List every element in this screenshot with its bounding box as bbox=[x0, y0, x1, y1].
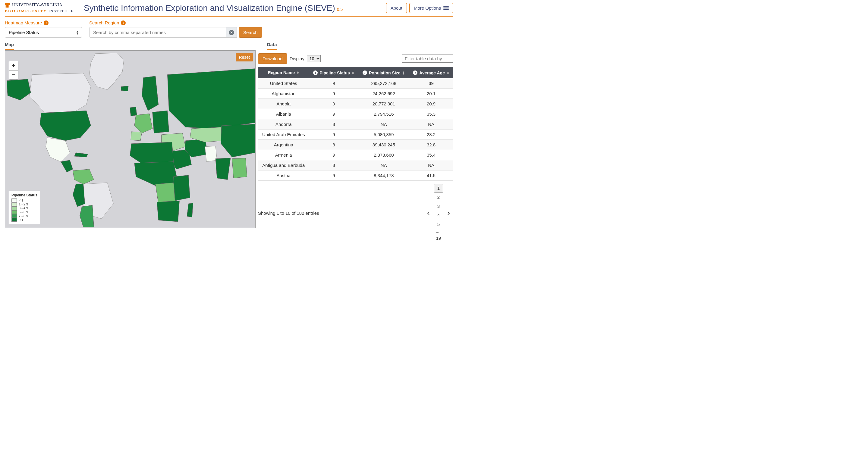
column-label: Region Name bbox=[268, 70, 295, 75]
filter-table-input[interactable] bbox=[402, 55, 453, 63]
table-cell: 2,794,516 bbox=[358, 109, 409, 119]
table-cell: 28.2 bbox=[409, 129, 453, 139]
table-row[interactable]: Andorra3NANA bbox=[258, 119, 453, 129]
table-row[interactable]: Austria98,344,17841.5 bbox=[258, 170, 453, 181]
column-header[interactable]: i Population Size ▲▼ bbox=[358, 67, 409, 78]
legend-label: < 1 bbox=[19, 198, 24, 202]
table-cell: 9 bbox=[309, 98, 359, 109]
prev-page-button[interactable] bbox=[424, 209, 433, 218]
table-row[interactable]: Afghanistan924,262,69220.1 bbox=[258, 88, 453, 98]
info-icon: i bbox=[363, 70, 367, 75]
page-button[interactable]: 4 bbox=[434, 211, 443, 220]
zoom-controls: + − bbox=[9, 61, 19, 79]
table-cell: 20,772,301 bbox=[358, 98, 409, 109]
table-row[interactable]: Albania92,794,51635.3 bbox=[258, 109, 453, 119]
app-header: UNIVERSITYofVIRGINIA BIOCOMPLEXITY INSTI… bbox=[0, 0, 458, 15]
info-icon: i bbox=[413, 70, 417, 75]
legend-swatch bbox=[11, 210, 17, 214]
table-cell: 2,873,660 bbox=[358, 150, 409, 160]
table-cell: Austria bbox=[258, 170, 309, 181]
search-region-label: Search Region i bbox=[89, 20, 262, 25]
page-button[interactable]: 19 bbox=[434, 234, 443, 243]
table-cell: 39 bbox=[409, 78, 453, 89]
zoom-in-button[interactable]: + bbox=[9, 61, 18, 70]
tab-map[interactable]: Map bbox=[5, 39, 14, 50]
table-cell: 295,272,168 bbox=[358, 78, 409, 89]
page-button[interactable]: 2 bbox=[434, 193, 443, 202]
controls-row: Heatmap Measure i Pipeline Status ▲▼ Sea… bbox=[0, 17, 458, 39]
org-name-top: UNIVERSITYofVIRGINIA bbox=[12, 2, 62, 7]
about-button[interactable]: About bbox=[386, 3, 407, 13]
more-options-button[interactable]: More Options bbox=[409, 3, 453, 13]
table-cell: 8 bbox=[309, 139, 359, 150]
table-cell: 20.9 bbox=[409, 98, 453, 109]
table-cell: 35.3 bbox=[409, 109, 453, 119]
tabs-row: Map Data bbox=[0, 39, 458, 50]
display-count-select[interactable]: 10 bbox=[307, 55, 321, 62]
page-ellipsis: ... bbox=[434, 229, 441, 234]
table-cell: 5,080,859 bbox=[358, 129, 409, 139]
heatmap-measure-select[interactable]: Pipeline Status bbox=[5, 27, 82, 38]
legend-swatch bbox=[11, 214, 17, 218]
page-button[interactable]: 5 bbox=[434, 220, 443, 229]
column-label: Pipeline Status bbox=[319, 70, 350, 75]
table-cell: 35.4 bbox=[409, 150, 453, 160]
table-cell: 3 bbox=[309, 119, 359, 129]
tab-data[interactable]: Data bbox=[267, 39, 277, 50]
table-cell: 32.8 bbox=[409, 139, 453, 150]
more-options-label: More Options bbox=[414, 5, 441, 10]
table-cell: Andorra bbox=[258, 119, 309, 129]
data-table: Region Name ▲▼i Pipeline Status ▲▼i Popu… bbox=[258, 67, 453, 181]
table-cell: 9 bbox=[309, 129, 359, 139]
column-label: Average Age bbox=[419, 70, 445, 75]
table-cell: 24,262,692 bbox=[358, 88, 409, 98]
search-region-input[interactable] bbox=[89, 27, 237, 38]
zoom-out-button[interactable]: − bbox=[9, 70, 18, 79]
heatmap-measure-label: Heatmap Measure i bbox=[5, 20, 82, 25]
table-row[interactable]: United Arab Emirates95,080,85928.2 bbox=[258, 129, 453, 139]
legend-row: < 1 bbox=[11, 198, 37, 202]
table-cell: NA bbox=[358, 160, 409, 170]
legend-label: 5 - 6.9 bbox=[19, 210, 28, 214]
table-row[interactable]: Antigua and Barbuda3NANA bbox=[258, 160, 453, 170]
rotunda-icon bbox=[5, 3, 10, 7]
legend-title: Pipeline Status bbox=[11, 193, 37, 197]
page-button[interactable]: 3 bbox=[434, 202, 443, 211]
legend-swatch bbox=[11, 198, 17, 202]
legend-label: 7 - 8.9 bbox=[19, 214, 28, 218]
table-cell: 9 bbox=[309, 150, 359, 160]
sort-icon: ▲▼ bbox=[402, 71, 405, 75]
hamburger-icon bbox=[443, 6, 449, 10]
next-page-button[interactable] bbox=[444, 209, 453, 218]
org-logo: UNIVERSITYofVIRGINIA BIOCOMPLEXITY INSTI… bbox=[5, 2, 79, 13]
table-cell: NA bbox=[409, 119, 453, 129]
info-icon: i bbox=[313, 70, 318, 75]
display-label: Display bbox=[290, 56, 304, 61]
table-row[interactable]: Angola920,772,30120.9 bbox=[258, 98, 453, 109]
table-cell: Antigua and Barbuda bbox=[258, 160, 309, 170]
search-button[interactable]: Search bbox=[239, 27, 262, 38]
download-button[interactable]: Download bbox=[258, 53, 287, 64]
table-row[interactable]: Armenia92,873,66035.4 bbox=[258, 150, 453, 160]
column-header[interactable]: Region Name ▲▼ bbox=[258, 67, 309, 78]
legend-swatch bbox=[11, 206, 17, 210]
reset-map-button[interactable]: Reset bbox=[236, 53, 253, 61]
info-icon[interactable]: i bbox=[44, 21, 49, 25]
table-cell: NA bbox=[358, 119, 409, 129]
data-panel: Download Display 10 Region Name ▲▼i Pipe… bbox=[258, 50, 453, 246]
column-label: Population Size bbox=[369, 70, 400, 75]
table-cell: 39,430,245 bbox=[358, 139, 409, 150]
page-button[interactable]: 1 bbox=[434, 184, 443, 193]
map-legend: Pipeline Status < 11 - 2.93 - 4.95 - 6.9… bbox=[9, 191, 40, 224]
table-cell: 8,344,178 bbox=[358, 170, 409, 181]
world-map[interactable]: Reset + − bbox=[5, 50, 255, 228]
column-header[interactable]: i Average Age ▲▼ bbox=[409, 67, 453, 78]
table-row[interactable]: Argentina839,430,24532.8 bbox=[258, 139, 453, 150]
column-header[interactable]: i Pipeline Status ▲▼ bbox=[309, 67, 359, 78]
info-icon[interactable]: i bbox=[121, 21, 126, 25]
table-cell: 9 bbox=[309, 109, 359, 119]
table-row[interactable]: United States9295,272,16839 bbox=[258, 78, 453, 89]
clear-search-button[interactable]: ✕ bbox=[226, 27, 237, 38]
table-cell: Angola bbox=[258, 98, 309, 109]
choropleth-map bbox=[5, 51, 255, 228]
